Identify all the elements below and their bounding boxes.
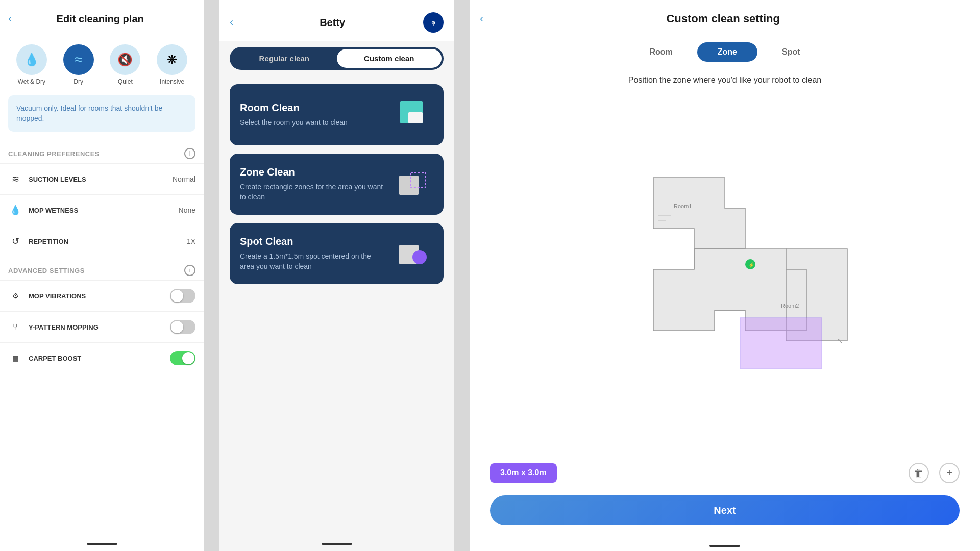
advanced-settings-label: ADVANCED SETTINGS — [8, 267, 85, 274]
advanced-settings-info-icon[interactable]: i — [184, 265, 195, 276]
svg-rect-4 — [399, 176, 419, 195]
mode-dry-label: Dry — [74, 78, 83, 85]
mode-quiet-icon: 🔇 — [110, 44, 140, 75]
svg-rect-3 — [408, 112, 423, 123]
carpet-boost-toggle[interactable] — [170, 351, 195, 365]
panel2-bottom-bar — [219, 537, 454, 551]
mode-quiet[interactable]: 🔇 Quiet — [110, 44, 140, 85]
zone-clean-card[interactable]: Zone Clean Create rectangle zones for th… — [230, 154, 444, 215]
panel3-back-button[interactable]: ‹ — [480, 12, 483, 26]
mode-dry-icon: ≈ — [63, 44, 94, 75]
panel1-header: ‹ Edit cleaning plan — [0, 0, 204, 34]
room-clean-desc: Select the room you want to clean — [240, 118, 384, 128]
mop-vibrations-icon: ⚙ — [8, 289, 22, 303]
panel3-home-indicator — [709, 545, 740, 547]
betty-panel: ‹ Betty φ Regular clean Custom clean Roo… — [219, 0, 454, 551]
spot-clean-icon — [393, 233, 433, 274]
panel1-home-indicator — [87, 543, 117, 545]
panel3-title: Custom clean setting — [492, 12, 954, 26]
panel1-bottom-bar — [0, 537, 204, 551]
y-pattern-toggle-thumb — [171, 321, 183, 333]
cleaning-prefs-label: CLEANING PREFERENCES — [8, 150, 100, 158]
philips-logo: φ — [423, 12, 444, 33]
panel2-header: ‹ Betty φ — [219, 0, 454, 41]
zone-clean-icon — [393, 164, 433, 205]
panel2-home-indicator — [322, 543, 352, 545]
map-container[interactable]: Room1 Room2 ⚡ ⤡ — [470, 94, 980, 455]
next-button[interactable]: Next — [490, 495, 960, 525]
suction-value: Normal — [173, 175, 195, 183]
svg-text:Room1: Room1 — [674, 203, 692, 209]
room-clean-text: Room Clean Select the room you want to c… — [240, 102, 384, 128]
mop-vibrations-label: MOP VIBRATIONS — [29, 292, 170, 300]
mop-vibrations-toggle[interactable] — [170, 289, 195, 303]
divider-2 — [454, 0, 470, 551]
trash-icon: 🗑 — [914, 467, 924, 479]
info-box: Vacuum only. Ideal for rooms that should… — [8, 95, 195, 132]
mode-wet-dry[interactable]: 💧 Wet & Dry — [16, 44, 47, 85]
suction-icon: ≋ — [8, 172, 22, 186]
room-clean-title: Room Clean — [240, 102, 384, 114]
clean-tab-switcher: Regular clean Custom clean — [230, 47, 444, 70]
svg-text:Room2: Room2 — [781, 303, 799, 309]
clean-cards-list: Room Clean Select the room you want to c… — [219, 76, 454, 537]
mode-wet-dry-icon: 💧 — [16, 44, 47, 75]
cleaning-prefs-header: CLEANING PREFERENCES i — [0, 140, 204, 163]
mop-wetness-label: MOP WETNESS — [29, 207, 179, 214]
mode-dry[interactable]: ≈ Dry — [63, 44, 94, 85]
mode-icons-container: 💧 Wet & Dry ≈ Dry 🔇 Quiet ❋ Intensive — [0, 34, 204, 95]
mode-intensive-label: Intensive — [160, 78, 184, 85]
svg-text:⚡: ⚡ — [748, 262, 755, 268]
mop-wetness-row[interactable]: 💧 MOP WETNESS None — [0, 194, 204, 226]
panel1-back-button[interactable]: ‹ — [8, 12, 12, 26]
mode-intensive-icon: ❋ — [157, 44, 187, 75]
panel2-back-button[interactable]: ‹ — [230, 16, 233, 29]
spot-zone-tab[interactable]: Spot — [762, 42, 821, 62]
carpet-boost-icon: ▦ — [8, 351, 22, 365]
zone-info-bar: 3.0m x 3.0m 🗑 + — [470, 455, 980, 491]
spot-clean-card[interactable]: Spot Clean Create a 1.5m*1.5m spot cente… — [230, 223, 444, 284]
floor-map[interactable]: Room1 Room2 ⚡ ⤡ — [592, 167, 857, 382]
y-pattern-icon: ⑂ — [8, 320, 22, 334]
y-pattern-label: Y-PATTERN MOPPING — [29, 323, 170, 331]
carpet-boost-label: CARPET BOOST — [29, 355, 170, 362]
room-zone-tab[interactable]: Room — [629, 42, 693, 62]
spot-clean-title: Spot Clean — [240, 236, 384, 247]
position-instruction-text: Position the zone where you'd like your … — [470, 70, 980, 94]
regular-clean-tab[interactable]: Regular clean — [232, 49, 337, 68]
zone-clean-title: Zone Clean — [240, 166, 384, 178]
repetition-row[interactable]: ↺ REPETITION 1X — [0, 226, 204, 257]
zone-clean-desc: Create rectangle zones for the area you … — [240, 182, 384, 202]
zone-tab-bar: Room Zone Spot — [470, 34, 980, 70]
divider-1 — [204, 0, 219, 551]
panel3-header: ‹ Custom clean setting — [470, 0, 980, 34]
plus-icon: + — [946, 467, 952, 479]
panel1-title: Edit cleaning plan — [20, 13, 180, 25]
add-zone-button[interactable]: + — [939, 463, 960, 483]
svg-text:φ: φ — [431, 20, 435, 26]
custom-clean-tab[interactable]: Custom clean — [337, 49, 442, 68]
mode-quiet-label: Quiet — [118, 78, 133, 85]
y-pattern-row[interactable]: ⑂ Y-PATTERN MOPPING — [0, 311, 204, 342]
mop-vibrations-row[interactable]: ⚙ MOP VIBRATIONS — [0, 280, 204, 311]
y-pattern-toggle[interactable] — [170, 320, 195, 334]
room-clean-card[interactable]: Room Clean Select the room you want to c… — [230, 84, 444, 145]
zone-clean-text: Zone Clean Create rectangle zones for th… — [240, 166, 384, 202]
mop-vibrations-toggle-thumb — [171, 290, 183, 302]
mode-intensive[interactable]: ❋ Intensive — [157, 44, 187, 85]
zone-zone-tab[interactable]: Zone — [697, 42, 757, 62]
suction-levels-row[interactable]: ≋ SUCTION LEVELS Normal — [0, 163, 204, 194]
zone-size-badge[interactable]: 3.0m x 3.0m — [490, 463, 557, 483]
zone-actions: 🗑 + — [909, 463, 960, 483]
cleaning-prefs-info-icon[interactable]: i — [184, 148, 195, 159]
info-box-text: Vacuum only. Ideal for rooms that should… — [16, 104, 162, 122]
repetition-icon: ↺ — [8, 234, 22, 248]
room-clean-icon — [393, 94, 433, 135]
carpet-boost-row[interactable]: ▦ CARPET BOOST — [0, 342, 204, 373]
suction-label: SUCTION LEVELS — [29, 176, 173, 183]
delete-zone-button[interactable]: 🗑 — [909, 463, 929, 483]
spot-clean-desc: Create a 1.5m*1.5m spot centered on the … — [240, 252, 384, 271]
advanced-settings-header: ADVANCED SETTINGS i — [0, 257, 204, 280]
svg-text:⤡: ⤡ — [837, 337, 843, 345]
mop-wetness-value: None — [179, 206, 195, 214]
